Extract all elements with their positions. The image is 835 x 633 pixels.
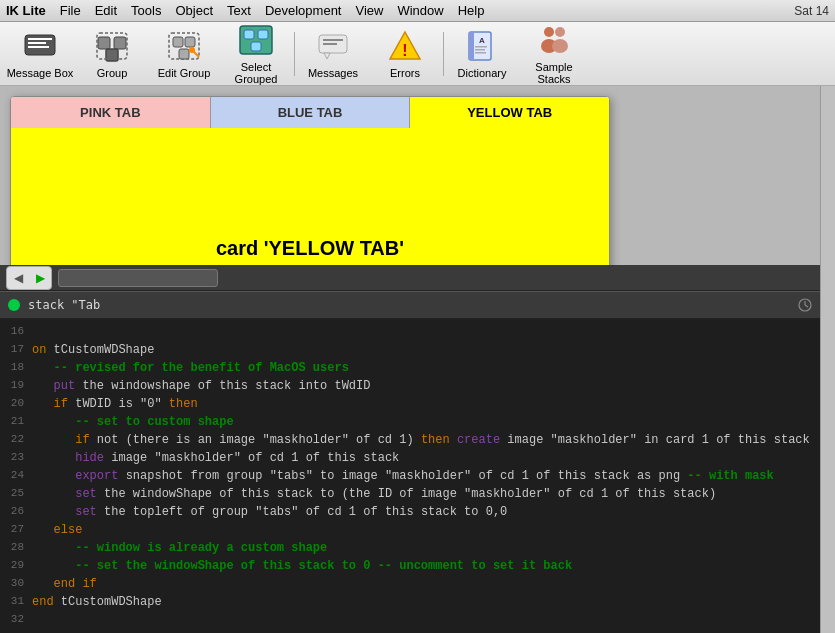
svg-point-13	[189, 47, 195, 53]
menu-development[interactable]: Development	[265, 3, 342, 18]
tab-content-text: card 'YELLOW TAB'	[216, 237, 404, 260]
code-line: 18 -- revised for the benefit of MacOS u…	[0, 359, 820, 377]
toolbar-sample-stacks[interactable]: Sample Stacks	[518, 24, 590, 84]
line-code: -- revised for the benefit of MacOS user…	[32, 359, 820, 377]
line-code: if tWDID is "0" then	[32, 395, 820, 413]
code-token: end	[32, 595, 54, 609]
right-scroll-bar[interactable]	[820, 86, 835, 633]
nav-back-arrow[interactable]: ◀	[7, 266, 29, 290]
toolbar-dictionary[interactable]: A Dictionary	[446, 24, 518, 84]
menu-app[interactable]: IK Lite	[6, 3, 46, 18]
code-line: 19 put the windowshape of this stack int…	[0, 377, 820, 395]
code-token: set	[75, 487, 97, 501]
code-line: 32	[0, 611, 820, 629]
svg-marker-19	[324, 53, 330, 59]
code-token: else	[32, 523, 82, 537]
tab-pink[interactable]: PINK TAB	[11, 97, 211, 128]
toolbar-message-box-label: Message Box	[7, 67, 74, 79]
code-token: not (there is an image "maskholder" of c…	[90, 433, 421, 447]
menu-file[interactable]: File	[60, 3, 81, 18]
line-code: set the topleft of group "tabs" of cd 1 …	[32, 503, 820, 521]
svg-rect-28	[475, 49, 485, 51]
menu-window[interactable]: Window	[397, 3, 443, 18]
code-token: image "maskholder" in card 1 of this sta…	[500, 433, 810, 447]
stack-bar: stack "Tab	[0, 291, 820, 319]
line-number: 27	[0, 521, 32, 539]
svg-point-33	[552, 39, 568, 53]
group-icon	[94, 28, 130, 64]
toolbar-edit-group-label: Edit Group	[158, 67, 211, 79]
code-token: create	[457, 433, 500, 447]
line-number: 20	[0, 395, 32, 413]
line-number: 32	[0, 611, 32, 629]
svg-rect-25	[469, 32, 474, 60]
line-number: 19	[0, 377, 32, 395]
code-line: 16	[0, 323, 820, 341]
menu-tools[interactable]: Tools	[131, 3, 161, 18]
code-token	[32, 379, 54, 393]
code-token: tCustomWDShape	[46, 343, 154, 357]
toolbar-errors[interactable]: ! Errors	[369, 24, 441, 84]
edit-group-icon	[166, 28, 202, 64]
code-token: if	[75, 433, 89, 447]
line-number: 24	[0, 467, 32, 485]
code-token: tWDID is "0"	[68, 397, 162, 411]
sample-stacks-icon	[536, 22, 572, 58]
menu-bar: IK Lite File Edit Tools Object Text Deve…	[0, 0, 835, 22]
code-token: the windowShape of this stack to (the ID…	[97, 487, 716, 501]
menu-help[interactable]: Help	[458, 3, 485, 18]
code-line: 25 set the windowShape of this stack to …	[0, 485, 820, 503]
code-token: tCustomWDShape	[54, 595, 162, 609]
line-code: set the windowShape of this stack to (th…	[32, 485, 820, 503]
code-token: the topleft of group "tabs" of cd 1 of t…	[97, 505, 507, 519]
menu-text[interactable]: Text	[227, 3, 251, 18]
svg-text:!: !	[402, 42, 407, 59]
toolbar-errors-label: Errors	[390, 67, 420, 79]
toolbar-message-box[interactable]: Message Box	[4, 24, 76, 84]
toolbar-messages-label: Messages	[308, 67, 358, 79]
code-token: if	[32, 397, 68, 411]
code-token: set	[75, 505, 97, 519]
line-number: 25	[0, 485, 32, 503]
toolbar-select-grouped-label: Select Grouped	[220, 61, 292, 85]
svg-text:A: A	[479, 36, 485, 45]
line-number: 31	[0, 593, 32, 611]
line-code: if not (there is an image "maskholder" o…	[32, 431, 820, 449]
svg-rect-4	[98, 37, 110, 49]
menu-edit[interactable]: Edit	[95, 3, 117, 18]
clock-icon[interactable]	[798, 298, 812, 312]
toolbar-group[interactable]: Group	[76, 24, 148, 84]
menu-object[interactable]: Object	[175, 3, 213, 18]
errors-icon: !	[387, 28, 423, 64]
line-number: 29	[0, 557, 32, 575]
svg-point-30	[544, 27, 554, 37]
code-token	[32, 469, 75, 483]
code-token: -- set to custom shape	[32, 415, 234, 429]
menu-view[interactable]: View	[355, 3, 383, 18]
nav-forward-arrow[interactable]: ▶	[29, 266, 51, 290]
svg-rect-1	[28, 38, 52, 40]
message-box-icon	[22, 28, 58, 64]
line-code: on tCustomWDShape	[32, 341, 820, 359]
toolbar-select-grouped[interactable]: Select Grouped	[220, 24, 292, 84]
toolbar-dictionary-label: Dictionary	[458, 67, 507, 79]
line-number: 23	[0, 449, 32, 467]
select-grouped-icon	[238, 22, 274, 58]
code-token: end if	[32, 577, 97, 591]
menubar-clock: Sat 14	[794, 4, 829, 18]
svg-rect-20	[323, 39, 343, 41]
toolbar-messages[interactable]: Messages	[297, 24, 369, 84]
svg-rect-3	[28, 46, 49, 48]
code-token: -- set the windowShape of this stack to …	[32, 559, 572, 573]
toolbar-edit-group[interactable]: Edit Group	[148, 24, 220, 84]
tab-blue[interactable]: BLUE TAB	[211, 97, 411, 128]
tab-yellow[interactable]: YELLOW TAB	[410, 97, 609, 128]
code-line: 28 -- window is already a custom shape	[0, 539, 820, 557]
svg-point-32	[555, 27, 565, 37]
toolbar-group-label: Group	[97, 67, 128, 79]
code-token	[32, 505, 75, 519]
dictionary-icon: A	[464, 28, 500, 64]
script-search-input[interactable]	[58, 269, 218, 287]
svg-rect-11	[179, 49, 189, 59]
line-number: 26	[0, 503, 32, 521]
